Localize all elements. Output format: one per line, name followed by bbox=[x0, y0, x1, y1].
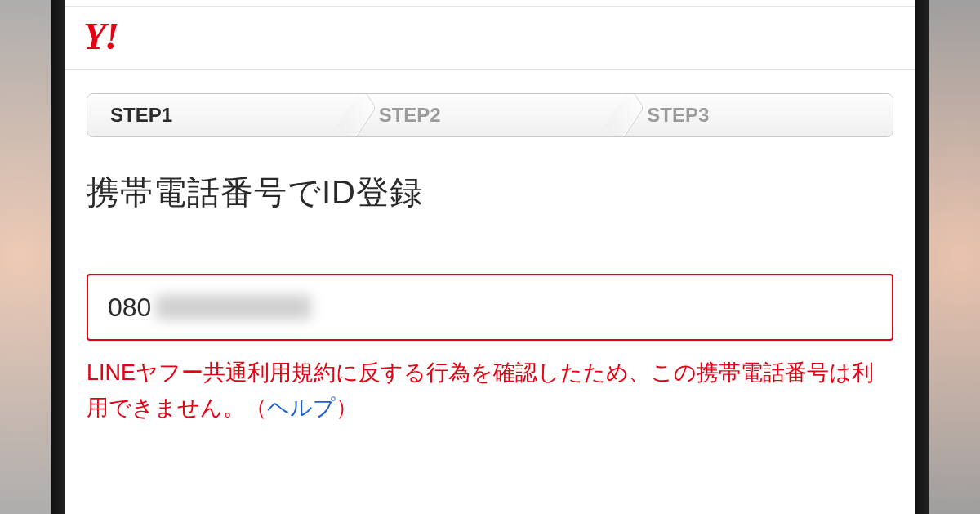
phone-input[interactable]: 080 bbox=[87, 274, 893, 341]
top-divider bbox=[65, 0, 915, 7]
step-3: STEP3 bbox=[624, 94, 893, 136]
header: Y! bbox=[65, 7, 915, 70]
phone-redacted-icon bbox=[156, 295, 311, 320]
error-text-before: LINEヤフー共通利用規約に反する行為を確認したため、この携帯電話番号は利用でき… bbox=[87, 360, 874, 420]
content: STEP1 STEP2 STEP3 携帯電話番号でID登録 080 LINEヤフ… bbox=[65, 70, 915, 426]
step-1-label: STEP1 bbox=[110, 104, 172, 127]
step-2: STEP2 bbox=[356, 94, 625, 136]
page-title: 携帯電話番号でID登録 bbox=[87, 170, 893, 215]
step-1: STEP1 bbox=[87, 94, 356, 136]
error-message: LINEヤフー共通利用規約に反する行為を確認したため、この携帯電話番号は利用でき… bbox=[87, 355, 893, 426]
photo-frame-left bbox=[0, 0, 65, 514]
step-2-label: STEP2 bbox=[379, 104, 441, 127]
phone-visible-prefix: 080 bbox=[108, 293, 151, 323]
step-indicator: STEP1 STEP2 STEP3 bbox=[87, 93, 893, 137]
photo-frame-right bbox=[915, 0, 980, 514]
error-text-after: ） bbox=[336, 396, 358, 420]
help-link[interactable]: ヘルプ bbox=[267, 396, 336, 420]
yahoo-logo-icon: Y! bbox=[83, 15, 118, 58]
phone-field-wrap: 080 LINEヤフー共通利用規約に反する行為を確認したため、この携帯電話番号は… bbox=[87, 274, 893, 426]
step-3-label: STEP3 bbox=[647, 104, 709, 127]
app-screen: Y! STEP1 STEP2 STEP3 携帯電話番号でID登録 080 LIN… bbox=[65, 0, 915, 514]
